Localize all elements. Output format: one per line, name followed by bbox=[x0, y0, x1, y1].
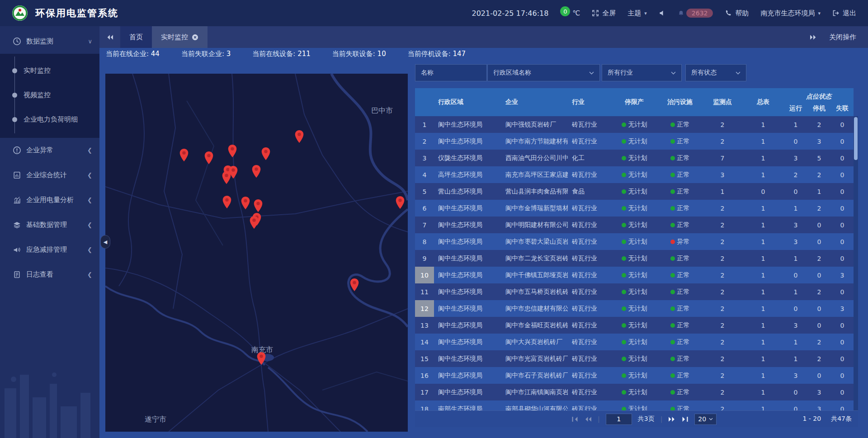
table-row[interactable]: 17阆中生态环境局阆中市江南镇阆南页岩砖瓦行业无计划正常21030 bbox=[415, 384, 854, 400]
cell-stop: 0 bbox=[807, 372, 831, 379]
cell-stop: 0 bbox=[807, 272, 831, 279]
last-page-button[interactable] bbox=[681, 416, 689, 422]
name-filter-input[interactable]: 名称 bbox=[415, 64, 487, 81]
close-operations-button[interactable]: 关闭操作 bbox=[829, 33, 856, 42]
cell-meters: 1 bbox=[742, 255, 784, 262]
cell-limit-status: 无计划 bbox=[611, 254, 657, 263]
table-scrollbar-thumb[interactable] bbox=[854, 117, 858, 160]
table-row[interactable]: 2阆中生态环境局阆中市南方节能建材有砖瓦行业无计划正常21030 bbox=[415, 133, 854, 150]
cell-limit-status: 无计划 bbox=[611, 221, 657, 229]
cell-region: 仪陇生态环境局 bbox=[434, 154, 502, 162]
org-dropdown[interactable]: 南充市生态环境局▾ bbox=[760, 9, 821, 18]
sidebar-item-6[interactable]: 应急减排管理❮ bbox=[0, 237, 99, 262]
column-header-region: 行政区域 bbox=[434, 88, 502, 116]
cell-industry: 砖瓦行业 bbox=[568, 355, 611, 363]
cell-facility-status: 正常 bbox=[657, 254, 703, 263]
sidebar-item-3[interactable]: 企业综合统计❮ bbox=[0, 163, 99, 188]
page-size-select[interactable]: 20 bbox=[694, 414, 717, 425]
map-pin-icon[interactable] bbox=[241, 196, 250, 210]
tabs-scroll-left-button[interactable] bbox=[99, 26, 120, 48]
tab-实时监控[interactable]: 实时监控 bbox=[152, 26, 208, 48]
map-pin-icon[interactable] bbox=[251, 165, 261, 178]
map-pin-icon[interactable] bbox=[256, 352, 266, 365]
map-pin-icon[interactable] bbox=[349, 278, 359, 292]
sidebar-item-1[interactable]: 数据监测∨ bbox=[0, 29, 99, 54]
map-collapse-button[interactable]: ◀ bbox=[100, 235, 110, 249]
map-pin-icon[interactable] bbox=[249, 216, 259, 229]
notifications-button[interactable]: 2632 bbox=[678, 9, 713, 18]
column-header-meters: 总表 bbox=[742, 88, 784, 116]
cell-points: 2 bbox=[703, 322, 742, 329]
sidebar-subitem[interactable]: 实时监控 bbox=[0, 58, 99, 83]
cell-meters: 1 bbox=[742, 272, 784, 279]
industry-filter-select[interactable]: 所有行业 bbox=[602, 64, 682, 81]
cell-company: 阆中市五马桥页岩机砖 bbox=[502, 288, 568, 296]
first-page-button[interactable] bbox=[571, 416, 579, 422]
table-row[interactable]: 8阆中生态环境局阆中市枣碧大梁山页岩砖瓦行业无计划异常21300 bbox=[415, 233, 854, 250]
table-header: 行政区域 企业 行业 停限产 治污设施 监测点 总表 点位状态 运行 停机 失联 bbox=[415, 88, 854, 116]
table-row[interactable]: 11阆中生态环境局阆中市五马桥页岩机砖砖瓦行业无计划正常21120 bbox=[415, 283, 854, 300]
logout-button[interactable]: 退出 bbox=[832, 9, 856, 18]
cell-region: 阆中生态环境局 bbox=[434, 388, 502, 396]
table-row[interactable]: 10阆中生态环境局阆中千佛镇五郎垭页岩砖瓦行业无计划正常21003 bbox=[415, 267, 854, 283]
row-number: 9 bbox=[415, 250, 434, 267]
tabs-scroll-right-button[interactable] bbox=[810, 34, 816, 40]
sidebar-subitem[interactable]: 视频监控 bbox=[0, 83, 99, 107]
map-pin-icon[interactable] bbox=[227, 144, 237, 158]
sidebar-item-5[interactable]: 基础数据管理❮ bbox=[0, 212, 99, 237]
map-pin-icon[interactable] bbox=[222, 171, 231, 184]
map-panel[interactable]: 巴中市南充市遂宁市 bbox=[105, 74, 408, 432]
table-row[interactable]: 1阆中生态环境局阆中强锐页岩砖厂砖瓦行业无计划正常21120 bbox=[415, 116, 854, 133]
row-number: 5 bbox=[415, 183, 434, 200]
log-icon bbox=[13, 270, 21, 279]
sidebar-item-4[interactable]: 企业用电量分析❮ bbox=[0, 188, 99, 212]
stat-value: 10 bbox=[377, 50, 386, 58]
tab-close-icon[interactable] bbox=[192, 34, 198, 41]
cell-industry: 砖瓦行业 bbox=[568, 254, 611, 263]
sidebar-item-label: 企业异常 bbox=[26, 146, 53, 155]
table-row[interactable]: 15阆中生态环境局阆中市光富页岩机砖厂砖瓦行业无计划正常21120 bbox=[415, 350, 854, 367]
map-pin-icon[interactable] bbox=[253, 199, 263, 212]
next-page-button[interactable] bbox=[668, 416, 675, 422]
table-row[interactable]: 3仪陇生态环境局西南油气田分公司川中化工无计划正常71350 bbox=[415, 150, 854, 166]
map-pin-icon[interactable] bbox=[294, 130, 304, 143]
cell-limit-status: 无计划 bbox=[611, 238, 657, 246]
status-dot-icon bbox=[622, 139, 626, 144]
sidebar-submenu: 实时监控视频监控企业电力负荷明细 bbox=[0, 54, 99, 138]
tab-首页[interactable]: 首页 bbox=[120, 26, 152, 48]
table-row[interactable]: 4高坪生态环境局南充市高坪区王家店建砖瓦行业无计划正常31220 bbox=[415, 166, 854, 183]
cell-region: 南部生态环境局 bbox=[434, 405, 502, 411]
theme-dropdown[interactable]: 主题▾ bbox=[627, 9, 647, 18]
sidebar-item-2[interactable]: 企业异常❮ bbox=[0, 138, 99, 163]
table-row[interactable]: 18南部生态环境局南部县砌华山河有限公砖瓦行业无计划正常21030 bbox=[415, 400, 854, 410]
fullscreen-button[interactable]: 全屏 bbox=[592, 9, 616, 18]
map-pin-icon[interactable] bbox=[222, 195, 232, 209]
cell-points: 2 bbox=[703, 339, 742, 346]
status-filter-value: 所有状态 bbox=[691, 69, 717, 77]
map-pin-icon[interactable] bbox=[395, 196, 405, 209]
cell-region: 阆中生态环境局 bbox=[434, 121, 502, 129]
status-filter-select[interactable]: 所有状态 bbox=[685, 64, 746, 81]
sidebar-item-7[interactable]: 日志查看❮ bbox=[0, 262, 99, 287]
map-pin-icon[interactable] bbox=[261, 147, 271, 160]
map-pin-icon[interactable] bbox=[179, 148, 189, 162]
table-row[interactable]: 9阆中生态环境局阆中市二龙长宝页岩砖砖瓦行业无计划正常21120 bbox=[415, 250, 854, 267]
sidebar-item-label: 日志查看 bbox=[26, 270, 53, 279]
cell-run: 1 bbox=[784, 121, 807, 128]
table-row[interactable]: 16阆中生态环境局阆中市石子页岩机砖厂砖瓦行业无计划正常21300 bbox=[415, 367, 854, 384]
table-row[interactable]: 7阆中生态环境局阆中明阳建材有限公司砖瓦行业无计划正常21300 bbox=[415, 217, 854, 233]
previous-page-button[interactable] bbox=[585, 416, 592, 422]
table-row[interactable]: 13阆中生态环境局阆中市金福旺页岩机砖砖瓦行业无计划正常21300 bbox=[415, 317, 854, 334]
bullet-dot-icon bbox=[12, 93, 17, 98]
sound-button[interactable] bbox=[659, 9, 666, 17]
table-row[interactable]: 14阆中生态环境局阆中大兴页岩机砖厂砖瓦行业无计划正常21120 bbox=[415, 334, 854, 350]
help-button[interactable]: 帮助 bbox=[725, 9, 749, 18]
sidebar-subitem[interactable]: 企业电力负荷明细 bbox=[0, 107, 99, 132]
status-dot-icon bbox=[622, 340, 626, 344]
table-row[interactable]: 6阆中生态环境局阆中市金博瑞新型墙材砖瓦行业无计划正常21120 bbox=[415, 200, 854, 217]
table-row[interactable]: 12阆中生态环境局阆中市忠信建材有限公砖瓦行业无计划正常21003 bbox=[415, 300, 854, 317]
table-row[interactable]: 5营山生态环境局营山县润丰肉食品有限食品无计划正常10010 bbox=[415, 183, 854, 200]
region-filter-select[interactable]: 行政区域名称 bbox=[487, 64, 600, 81]
map-pin-icon[interactable] bbox=[204, 151, 214, 165]
page-number-input[interactable]: 1 bbox=[606, 414, 632, 425]
